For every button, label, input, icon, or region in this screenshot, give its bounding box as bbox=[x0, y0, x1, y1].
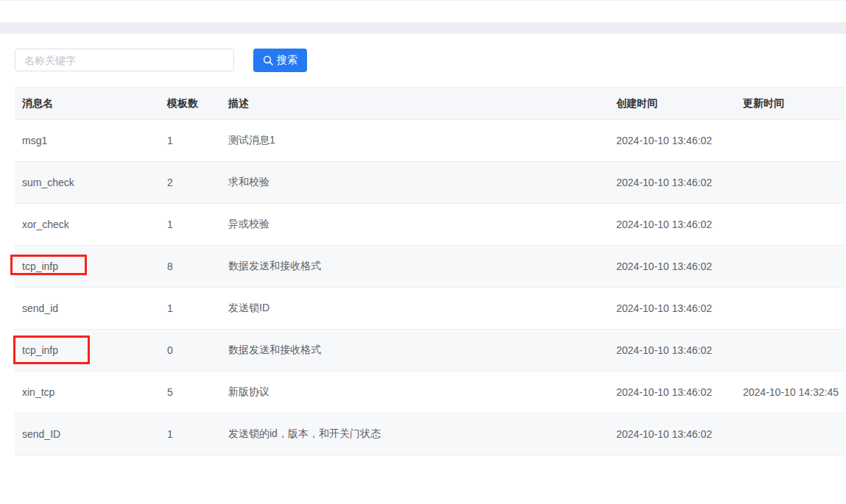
message-table: 消息名模板数描述创建时间更新时间 msg11测试消息12024-10-10 13… bbox=[15, 87, 845, 455]
table-row[interactable]: msg11测试消息12024-10-10 13:46:02 bbox=[15, 120, 845, 162]
cell-desc: 测试消息1 bbox=[221, 134, 609, 147]
column-header-desc: 描述 bbox=[221, 97, 609, 110]
table-header-row: 消息名模板数描述创建时间更新时间 bbox=[15, 88, 845, 120]
cell-name: sum_check bbox=[15, 177, 160, 188]
table-row[interactable]: send_id1发送锁ID2024-10-10 13:46:02 bbox=[15, 288, 845, 330]
search-button[interactable]: 搜索 bbox=[253, 49, 307, 72]
cell-desc: 数据发送和接收格式 bbox=[221, 344, 609, 357]
table-row[interactable]: sum_check2求和校验2024-10-10 13:46:02 bbox=[15, 162, 845, 204]
cell-created: 2024-10-10 13:46:02 bbox=[609, 344, 736, 356]
cell-created: 2024-10-10 13:46:02 bbox=[609, 302, 736, 314]
cell-desc: 发送锁的id，版本，和开关门状态 bbox=[221, 427, 609, 441]
cell-created: 2024-10-10 13:46:02 bbox=[609, 177, 736, 188]
table-row[interactable]: tcp_infp0数据发送和接收格式2024-10-10 13:46:02 bbox=[15, 330, 845, 372]
search-button-label: 搜索 bbox=[277, 54, 297, 67]
cell-count: 5 bbox=[160, 386, 221, 398]
cell-count: 1 bbox=[160, 428, 221, 440]
table-row[interactable]: xor_check1异或校验2024-10-10 13:46:02 bbox=[15, 204, 845, 246]
cell-count: 8 bbox=[160, 260, 221, 272]
cell-desc: 新版协议 bbox=[221, 386, 609, 399]
cell-count: 2 bbox=[160, 177, 221, 188]
cell-count: 1 bbox=[160, 302, 221, 314]
cell-created: 2024-10-10 13:46:02 bbox=[609, 386, 736, 398]
cell-desc: 数据发送和接收格式 bbox=[221, 260, 609, 273]
table-row[interactable]: send_ID1发送锁的id，版本，和开关门状态2024-10-10 13:46… bbox=[15, 414, 845, 455]
cell-created: 2024-10-10 13:46:02 bbox=[609, 428, 736, 440]
header-band bbox=[0, 22, 846, 34]
column-header-count: 模板数 bbox=[160, 97, 221, 110]
column-header-created: 创建时间 bbox=[609, 97, 736, 110]
cell-desc: 发送锁ID bbox=[221, 302, 609, 315]
cell-name: tcp_infp bbox=[15, 344, 160, 356]
cell-created: 2024-10-10 13:46:02 bbox=[609, 260, 736, 272]
cell-count: 1 bbox=[160, 135, 221, 146]
magnifier-icon bbox=[263, 55, 273, 65]
cell-name: xor_check bbox=[15, 219, 160, 230]
table-body: msg11测试消息12024-10-10 13:46:02sum_check2求… bbox=[15, 120, 845, 455]
page: 搜索 消息名模板数描述创建时间更新时间 msg11测试消息12024-10-10… bbox=[0, 0, 846, 504]
cell-updated: 2024-10-10 14:32:45 bbox=[736, 386, 845, 398]
cell-desc: 求和校验 bbox=[221, 176, 609, 189]
column-header-name: 消息名 bbox=[15, 97, 160, 110]
table-row[interactable]: tcp_infp8数据发送和接收格式2024-10-10 13:46:02 bbox=[15, 246, 845, 288]
cell-name: xin_tcp bbox=[15, 386, 160, 398]
search-input[interactable] bbox=[15, 49, 234, 71]
cell-name: msg1 bbox=[15, 135, 160, 146]
cell-name: tcp_infp bbox=[15, 260, 160, 272]
cell-name: send_id bbox=[15, 302, 160, 314]
cell-created: 2024-10-10 13:46:02 bbox=[609, 135, 736, 146]
top-divider bbox=[0, 0, 846, 1]
table-header: 消息名模板数描述创建时间更新时间 bbox=[15, 88, 845, 120]
table-row[interactable]: xin_tcp5新版协议2024-10-10 13:46:022024-10-1… bbox=[15, 372, 845, 414]
cell-name: send_ID bbox=[15, 428, 160, 440]
cell-created: 2024-10-10 13:46:02 bbox=[609, 219, 736, 230]
cell-desc: 异或校验 bbox=[221, 218, 609, 231]
cell-count: 1 bbox=[160, 219, 221, 230]
column-header-updated: 更新时间 bbox=[736, 97, 845, 110]
cell-count: 0 bbox=[160, 344, 221, 356]
